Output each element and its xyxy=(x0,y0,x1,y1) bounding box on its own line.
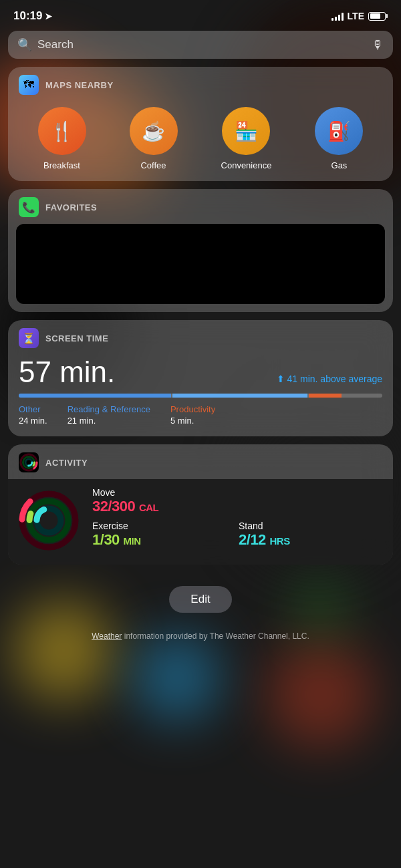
gas-icon: ⛽ xyxy=(327,120,351,142)
stand-stat: Stand 2/12 HRS xyxy=(239,521,382,549)
stand-label: Stand xyxy=(239,521,382,531)
activity-header: ACTIVITY xyxy=(8,444,393,479)
maps-nearby-widget: 🗺 MAPS NEARBY 🍴 Breakfast ☕ Coffee 🏪 C xyxy=(8,67,393,181)
above-average-indicator: ⬆ 41 min. above average xyxy=(277,374,382,387)
battery-indicator xyxy=(368,12,388,21)
move-unit: CAL xyxy=(139,502,158,513)
phone-app-icon: 📞 xyxy=(19,197,39,217)
other-category-time: 24 min. xyxy=(19,416,47,426)
edit-button-container: Edit xyxy=(0,573,401,623)
maps-app-icon: 🗺 xyxy=(19,75,39,95)
exercise-numbers: 1/30 xyxy=(92,531,123,548)
reading-segment xyxy=(172,394,307,398)
convenience-circle: 🏪 xyxy=(222,107,270,155)
gas-label: Gas xyxy=(331,160,348,170)
exercise-value: 1/30 MIN xyxy=(92,531,236,549)
stand-goal: 12 xyxy=(250,531,265,548)
productivity-segment xyxy=(309,394,342,398)
battery-fill xyxy=(370,13,381,19)
productivity-category-time: 5 min. xyxy=(170,416,215,426)
move-current: 32 xyxy=(92,498,108,515)
signal-bar-2 xyxy=(335,17,337,21)
category-gas[interactable]: ⛽ Gas xyxy=(315,107,363,170)
activity-title: ACTIVITY xyxy=(45,458,88,468)
maps-nearby-title: MAPS NEARBY xyxy=(45,80,114,90)
activity-rings-icon xyxy=(19,453,38,472)
convenience-label: Convenience xyxy=(221,160,272,170)
category-other: Other 24 min. xyxy=(19,404,47,426)
exercise-goal: 30 xyxy=(104,531,119,548)
breakfast-circle: 🍴 xyxy=(38,107,86,155)
gas-circle: ⛽ xyxy=(315,107,363,155)
coffee-icon: ☕ xyxy=(142,120,165,142)
stand-numbers: 2/12 xyxy=(239,531,269,548)
activity-body: Move 32/300 CAL Exercise 1/30 MIN xyxy=(8,479,393,565)
activity-rings-visual xyxy=(19,490,79,551)
battery-body xyxy=(368,12,386,21)
favorites-content xyxy=(16,224,385,304)
exercise-current: 1 xyxy=(92,531,100,548)
screen-time-row: 57 min. ⬆ 41 min. above average xyxy=(19,357,382,387)
search-bar[interactable]: 🔍 Search 🎙 xyxy=(8,31,393,59)
screen-time-app-icon: ⏳ xyxy=(19,328,39,348)
up-arrow-icon: ⬆ xyxy=(277,374,285,384)
time-display: 10:19 xyxy=(13,9,42,23)
coffee-label: Coffee xyxy=(140,160,166,170)
footer-link[interactable]: Weather xyxy=(92,631,122,641)
search-icon: 🔍 xyxy=(17,37,32,52)
favorites-header: 📞 FAVORITES xyxy=(8,189,393,224)
reading-category-time: 21 min. xyxy=(68,416,150,426)
move-goal: 300 xyxy=(112,498,135,515)
battery-tip xyxy=(386,14,388,18)
signal-bar-3 xyxy=(338,15,340,21)
convenience-icon: 🏪 xyxy=(235,120,258,142)
coffee-circle: ☕ xyxy=(130,107,178,155)
footer-text: information provided by The Weather Chan… xyxy=(122,631,309,641)
move-numbers: 32/300 xyxy=(92,498,139,515)
activity-widget: ACTIVITY Move xyxy=(8,444,393,565)
breakfast-icon: 🍴 xyxy=(50,120,74,142)
category-coffee[interactable]: ☕ Coffee xyxy=(130,107,178,170)
screen-time-value: 57 min. xyxy=(19,357,115,387)
screen-time-widget: ⏳ SCREEN TIME 57 min. ⬆ 41 min. above av… xyxy=(8,320,393,436)
screen-time-progress-bar xyxy=(19,394,382,398)
screen-time-header: ⏳ SCREEN TIME xyxy=(8,320,393,355)
stand-unit: HRS xyxy=(269,535,289,547)
maps-categories-list: 🍴 Breakfast ☕ Coffee 🏪 Convenience ⛽ xyxy=(8,102,393,181)
microphone-icon[interactable]: 🎙 xyxy=(372,38,384,52)
category-reading: Reading & Reference 21 min. xyxy=(68,404,150,426)
other-segment xyxy=(19,394,171,398)
move-value: 32/300 CAL xyxy=(92,498,382,515)
exercise-stand-row: Exercise 1/30 MIN Stand 2/12 HRS xyxy=(92,521,382,554)
stand-current: 2 xyxy=(239,531,247,548)
exercise-unit: MIN xyxy=(123,535,140,547)
productivity-category-name: Productivity xyxy=(170,404,215,414)
signal-bar-4 xyxy=(342,13,344,21)
move-label: Move xyxy=(92,487,382,498)
status-bar: 10:19 ➤ LTE xyxy=(0,0,401,28)
screen-time-categories: Other 24 min. Reading & Reference 21 min… xyxy=(19,404,382,426)
category-convenience[interactable]: 🏪 Convenience xyxy=(221,107,272,170)
move-stat: Move 32/300 CAL xyxy=(92,487,382,515)
other-category-name: Other xyxy=(19,404,47,414)
location-icon: ➤ xyxy=(45,11,52,21)
breakfast-label: Breakfast xyxy=(43,160,80,170)
activity-stats: Move 32/300 CAL Exercise 1/30 MIN xyxy=(92,487,382,554)
screen-time-body: 57 min. ⬆ 41 min. above average Other 24… xyxy=(8,355,393,436)
footer: Weather information provided by The Weat… xyxy=(0,623,401,654)
activity-app-icon xyxy=(19,452,39,472)
screen-time-title: SCREEN TIME xyxy=(45,333,108,343)
exercise-label: Exercise xyxy=(92,521,236,531)
favorites-title: FAVORITES xyxy=(45,202,97,212)
edit-button[interactable]: Edit xyxy=(169,586,231,613)
status-time: 10:19 ➤ xyxy=(13,9,52,23)
category-breakfast[interactable]: 🍴 Breakfast xyxy=(38,107,86,170)
network-type: LTE xyxy=(348,11,364,21)
exercise-stat: Exercise 1/30 MIN xyxy=(92,521,236,549)
rings-svg xyxy=(19,490,79,551)
category-productivity: Productivity 5 min. xyxy=(170,404,215,426)
signal-bar-1 xyxy=(331,18,333,21)
signal-strength xyxy=(331,11,344,21)
status-right: LTE xyxy=(331,11,388,21)
maps-nearby-header: 🗺 MAPS NEARBY xyxy=(8,67,393,102)
